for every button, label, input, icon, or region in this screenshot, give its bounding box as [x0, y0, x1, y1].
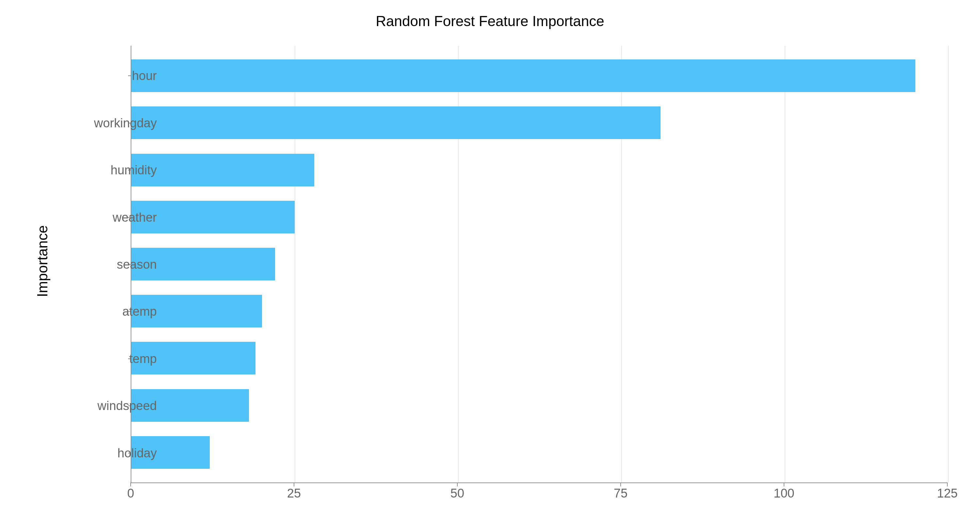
x-tick-mark — [457, 482, 458, 486]
y-tick-label: temp — [59, 352, 157, 366]
x-tick-label: 25 — [287, 486, 301, 500]
bar — [131, 106, 660, 139]
plot-area — [130, 46, 947, 483]
bar-row — [131, 106, 947, 139]
x-tick-mark — [294, 482, 294, 486]
x-tick-mark — [784, 482, 784, 486]
x-tick-mark — [620, 482, 621, 486]
x-tick-label: 125 — [937, 486, 958, 500]
y-tick-label: season — [59, 257, 157, 271]
bar-row — [131, 436, 947, 469]
x-tick-mark — [947, 482, 948, 486]
y-axis-label: Importance — [34, 225, 51, 297]
bar — [131, 154, 314, 186]
bar-row — [131, 342, 947, 374]
chart-title: Random Forest Feature Importance — [0, 13, 980, 29]
x-tick-mark — [130, 482, 131, 486]
bar-row — [131, 295, 947, 327]
bars-group — [131, 46, 947, 482]
bar-row — [131, 154, 947, 186]
y-tick-label: windspeed — [59, 399, 157, 413]
chart-container: Random Forest Feature Importance Importa… — [0, 0, 980, 522]
y-tick-label: humidity — [59, 163, 157, 177]
bar — [131, 59, 915, 92]
y-tick-label: holiday — [59, 446, 157, 460]
x-tick-label: 50 — [450, 486, 464, 500]
bar-row — [131, 248, 947, 281]
bar-row — [131, 201, 947, 233]
x-tick-label: 0 — [127, 486, 134, 500]
bar-row — [131, 59, 947, 92]
y-tick-label: atemp — [59, 305, 157, 319]
bar-row — [131, 389, 947, 422]
x-tick-label: 100 — [773, 486, 794, 500]
x-tick-label: 75 — [614, 486, 627, 500]
y-tick-label: hour — [59, 69, 157, 83]
y-tick-label: weather — [59, 210, 157, 224]
gridline — [948, 46, 949, 482]
y-tick-label: workingday — [59, 116, 157, 130]
